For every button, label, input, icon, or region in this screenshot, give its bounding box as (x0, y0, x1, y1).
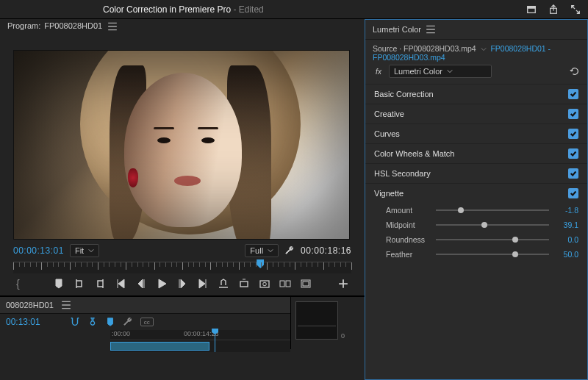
chevron-down-icon[interactable] (481, 46, 487, 52)
section-checkbox[interactable] (568, 89, 578, 99)
timeline-ruler[interactable]: :00:00 00:00:14:23 (110, 330, 290, 340)
current-timecode[interactable]: 00:00:13:01 (13, 245, 64, 256)
param-slider[interactable] (436, 250, 549, 259)
param-value[interactable]: 50.0 (553, 250, 578, 259)
panel-menu-icon[interactable] (107, 21, 118, 32)
vignette-amount-row: Amount-1.8 (365, 203, 587, 218)
param-label: Roundness (386, 235, 431, 244)
go-to-out-icon[interactable] (197, 278, 209, 290)
duration-timecode: 00:00:18:16 (301, 245, 351, 256)
section-checkbox[interactable] (568, 188, 578, 198)
timeline-tracks[interactable]: :00:00 00:00:14:23 (110, 330, 290, 352)
title-text: Color Correction in Premiere Pro (103, 4, 231, 15)
param-value[interactable]: -1.8 (553, 206, 578, 215)
timeline-clip[interactable] (110, 342, 209, 351)
reset-effect-icon[interactable] (570, 66, 580, 76)
mark-in-brace-icon[interactable]: { (16, 278, 20, 290)
button-editor-plus-icon[interactable] (338, 279, 348, 289)
document-title: Color Correction in Premiere Pro - Edite… (103, 4, 264, 15)
param-value[interactable]: 0.0 (553, 235, 578, 244)
lift-icon[interactable] (218, 278, 229, 290)
fullscreen-icon[interactable] (570, 4, 581, 15)
panel-menu-icon[interactable] (61, 300, 71, 310)
svg-point-5 (263, 282, 267, 286)
param-label: Feather (386, 250, 431, 259)
param-slider[interactable] (436, 235, 549, 244)
vignette-midpoint-row: Midpoint39.1 (365, 218, 587, 232)
section-checkbox[interactable] (568, 109, 578, 119)
vignette-roundness-row: Roundness0.0 (365, 232, 587, 247)
extract-icon[interactable] (238, 278, 250, 290)
transport-controls: { (0, 273, 365, 295)
fx-badge[interactable]: fx (373, 68, 384, 76)
lumetri-section-creative[interactable]: Creative (365, 104, 587, 123)
param-label: Amount (386, 206, 431, 215)
svg-rect-7 (286, 281, 290, 287)
svg-rect-3 (240, 282, 248, 287)
zoom-fit-dropdown[interactable]: Fit (70, 244, 99, 257)
param-slider[interactable] (436, 221, 549, 229)
chevron-down-icon (268, 248, 273, 254)
program-monitor-viewer[interactable] (13, 50, 350, 240)
snap-magnet-icon[interactable] (70, 317, 80, 327)
section-checkbox[interactable] (568, 168, 578, 179)
window-icon[interactable] (526, 4, 537, 15)
share-icon[interactable] (548, 4, 559, 15)
section-label: Creative (374, 110, 404, 118)
timeline-playhead[interactable] (215, 330, 215, 352)
section-label: Vignette (374, 189, 404, 198)
sequence-tab[interactable]: 008028HD01 (0, 297, 290, 314)
audio-meter-panel: 0 (290, 297, 365, 349)
param-slider[interactable] (436, 206, 549, 215)
step-back-icon[interactable] (135, 278, 147, 290)
lumetri-section-basic-correction[interactable]: Basic Correction (365, 84, 587, 104)
section-checkbox[interactable] (568, 148, 578, 159)
go-to-in-icon[interactable] (115, 278, 126, 290)
section-label: Curves (374, 129, 400, 138)
param-value[interactable]: 39.1 (553, 221, 578, 229)
linked-selection-icon[interactable] (87, 317, 98, 327)
section-label: Basic Correction (374, 90, 434, 98)
timeline-settings-wrench-icon[interactable] (123, 317, 133, 327)
mark-out-icon[interactable] (94, 278, 106, 290)
panel-menu-icon[interactable] (426, 24, 436, 35)
lumetri-section-curves[interactable]: Curves (365, 123, 587, 143)
svg-rect-4 (260, 281, 269, 287)
add-marker-timeline-icon[interactable] (105, 317, 115, 327)
resolution-dropdown[interactable]: Full (245, 244, 279, 257)
timeline-panel: 008028HD01 00:13:01 cc :00:00 00:00:14:2… (0, 297, 290, 349)
play-icon[interactable] (156, 278, 168, 290)
svg-rect-6 (280, 281, 284, 287)
playhead-icon[interactable] (257, 259, 264, 268)
lumetri-section-color-wheels-match[interactable]: Color Wheels & Match (365, 143, 587, 163)
app-titlebar: Color Correction in Premiere Pro - Edite… (0, 0, 588, 19)
panel-title: Lumetri Color (373, 25, 421, 34)
program-sequence-name: FP008028HD01 (44, 21, 102, 30)
svg-rect-1 (528, 6, 536, 8)
lumetri-section-hsl-secondary[interactable]: HSL Secondary (365, 163, 587, 183)
sequence-tab-label: 008028HD01 (6, 301, 54, 309)
mark-in-icon[interactable] (74, 278, 85, 290)
ruler-label: :00:00 (112, 330, 130, 337)
section-checkbox[interactable] (568, 129, 578, 139)
section-label: HSL Secondary (374, 169, 431, 178)
lumetri-section-vignette[interactable]: Vignette (365, 183, 587, 203)
program-time-ruler[interactable] (13, 262, 351, 273)
comparison-view-icon[interactable] (279, 278, 291, 290)
safe-margins-icon[interactable] (300, 278, 312, 290)
program-monitor-panel: Program: FP008028HD01 00:00:13:01 Fit (0, 19, 365, 380)
program-label: Program: (7, 21, 40, 30)
timeline-timecode[interactable]: 00:13:01 (6, 317, 40, 327)
add-marker-icon[interactable] (53, 278, 65, 290)
step-forward-icon[interactable] (176, 278, 188, 290)
export-frame-icon[interactable] (259, 278, 270, 290)
title-edited-suffix: - Edited (231, 4, 264, 15)
program-monitor-header: Program: FP008028HD01 (0, 19, 365, 37)
lumetri-color-panel: Lumetri Color Source · FP008028HD03.mp4 … (365, 19, 588, 380)
svg-rect-9 (303, 282, 309, 286)
effect-dropdown[interactable]: Lumetri Color (389, 65, 492, 78)
audio-meter (295, 301, 338, 340)
vignette-feather-row: Feather50.0 (365, 247, 587, 262)
closed-caption-icon[interactable]: cc (140, 318, 154, 326)
settings-wrench-icon[interactable] (284, 245, 295, 256)
